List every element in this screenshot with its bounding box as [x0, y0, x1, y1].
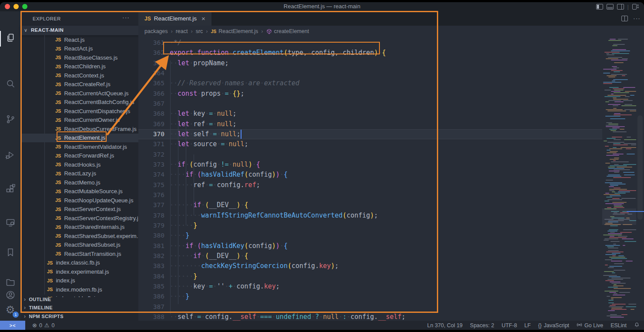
code-line-367[interactable]: 367: [138, 99, 602, 109]
section-outline[interactable]: ›OUTLINE: [20, 295, 138, 304]
code-line-362[interactable]: 362export·function·createElement(type,·c…: [138, 48, 602, 58]
status-lf[interactable]: LF: [524, 322, 531, 329]
status-go-live[interactable]: Go Live: [577, 322, 603, 329]
code-line-372[interactable]: 372: [138, 150, 602, 160]
file-item-ReactNoopUpdateQueue.js[interactable]: JSReactNoopUpdateQueue.js: [20, 196, 138, 205]
file-item-ReactCurrentOwner.js[interactable]: JSReactCurrentOwner.js: [20, 116, 138, 125]
file-item-ReactCurrentBatchConfig.js[interactable]: JSReactCurrentBatchConfig.js: [20, 98, 138, 107]
status-utf-8[interactable]: UTF-8: [502, 322, 517, 329]
editor-scrollbar[interactable]: [636, 37, 644, 321]
layout-sidebar-left-icon[interactable]: [596, 4, 603, 10]
file-item-ReactBaseClasses.js[interactable]: JSReactBaseClasses.js: [20, 53, 138, 62]
code-line-361[interactable]: 361·*/: [138, 38, 602, 48]
code-line-376[interactable]: 376: [138, 190, 602, 200]
code-line-384[interactable]: 384······}: [138, 272, 602, 282]
code-line-369[interactable]: 369··let·ref·=·null;: [138, 119, 602, 129]
scrollbar-slider[interactable]: [637, 115, 643, 220]
code-line-379[interactable]: 379······}: [138, 221, 602, 231]
file-item-index.experimental.js[interactable]: JSindex.experimental.js: [20, 267, 138, 276]
file-item-ReactMemo.js[interactable]: JSReactMemo.js: [20, 178, 138, 187]
minimap-line: [611, 298, 614, 299]
activity-bar-source-control[interactable]: [0, 111, 20, 129]
code-line-368[interactable]: 368··let·key·=·null;: [138, 109, 602, 119]
file-item-ReactChildren.js[interactable]: JSReactChildren.js: [20, 62, 138, 71]
file-item-ReactDebugCurrentFrame.js[interactable]: JSReactDebugCurrentFrame.js: [20, 124, 138, 134]
file-item-ReactElementValidator.js[interactable]: JSReactElementValidator.js: [20, 142, 138, 151]
code-line-382[interactable]: 382······if·(__DEV__)·{: [138, 251, 602, 261]
file-item-ReactElement.js[interactable]: JSReactElement.js: [20, 134, 138, 143]
status-javascript[interactable]: {}JavaScript: [538, 322, 569, 329]
code-line-370[interactable]: 370··let·self·=·null;: [138, 129, 602, 139]
code-line-387[interactable]: 387: [138, 302, 602, 312]
tab-reactelement[interactable]: JS ReactElement.js ×: [138, 11, 211, 26]
code-line-375[interactable]: 375······ref·=·config.ref;: [138, 180, 602, 190]
file-item-ReactSharedSubset.experim...[interactable]: JSReactSharedSubset.experim...: [20, 231, 138, 241]
code-line-377[interactable]: 377······if·(__DEV__)·{: [138, 200, 602, 210]
status-ln-370-col-19[interactable]: Ln 370, Col 19: [427, 322, 463, 329]
code-line-363[interactable]: 363··let·propName;: [138, 58, 602, 68]
activity-bar-search[interactable]: [0, 76, 20, 93]
code-line-374[interactable]: 374····if·(hasValidRef(config))·{: [138, 170, 602, 180]
activity-bar-remote-explorer[interactable]: [0, 215, 20, 232]
file-item-ReactStartTransition.js[interactable]: JSReactStartTransition.js: [20, 249, 138, 258]
code-line-385[interactable]: 385······key·=·''·+·config.key;: [138, 282, 602, 292]
breadcrumb-item[interactable]: ReactElement.js: [218, 28, 258, 34]
status-notifications[interactable]: [634, 322, 640, 329]
file-item-ReactCreateRef.js[interactable]: JSReactCreateRef.js: [20, 80, 138, 89]
file-item-ReactAct.js[interactable]: JSReactAct.js: [20, 44, 138, 54]
code-line-386[interactable]: 386····}: [138, 292, 602, 302]
file-item-ReactForwardRef.js[interactable]: JSReactForwardRef.js: [20, 151, 138, 161]
code-line-378[interactable]: 378········warnIfStringRefCannotBeAutoCo…: [138, 211, 602, 221]
code-line-371[interactable]: 371··let·source·=·null;: [138, 139, 602, 149]
code-text: ······}: [164, 272, 197, 282]
file-item-ReactCurrentDispatcher.js[interactable]: JSReactCurrentDispatcher.js: [20, 107, 138, 116]
file-item-ReactMutableSource.js[interactable]: JSReactMutableSource.js: [20, 187, 138, 196]
activity-bar-extensions[interactable]: [0, 181, 20, 198]
code-line-381[interactable]: 381····if·(hasValidKey(config))·{: [138, 241, 602, 251]
section-timeline[interactable]: ›TIMELINE: [20, 304, 138, 312]
code-line-366[interactable]: 366··const·props·=·{};: [138, 89, 602, 99]
layout-panel-icon[interactable]: [607, 4, 614, 10]
status-spaces-2[interactable]: Spaces: 2: [470, 322, 494, 329]
code-line-380[interactable]: 380····}: [138, 231, 602, 241]
file-item-ReactContext.js[interactable]: JSReactContext.js: [20, 71, 138, 80]
customize-layout-icon[interactable]: [632, 4, 639, 10]
breadcrumb-item[interactable]: src: [196, 28, 203, 34]
explorer-more-actions-icon[interactable]: ···: [122, 14, 130, 21]
split-editor-icon[interactable]: [621, 16, 628, 21]
activity-bar-run-and-debug[interactable]: [0, 147, 20, 164]
file-item-index.modern.fb.js[interactable]: JSindex.modern.fb.js: [20, 285, 138, 294]
workspace-root-folder[interactable]: ∨ REACT-MAIN: [20, 26, 138, 35]
close-tab-icon[interactable]: ×: [201, 15, 205, 22]
file-item-index.classic.fb.js[interactable]: JSindex.classic.fb.js: [20, 258, 138, 268]
file-item-ReactLazy.js[interactable]: JSReactLazy.js: [20, 169, 138, 178]
section-npm-scripts[interactable]: ›NPM SCRIPTS: [20, 312, 138, 321]
code-editor[interactable]: 361·*/362export·function·createElement(t…: [138, 37, 602, 321]
layout-sidebar-right-icon[interactable]: [617, 4, 624, 10]
file-item-React.js[interactable]: JSReact.js: [20, 35, 138, 44]
more-actions-icon[interactable]: ···: [633, 15, 641, 22]
file-item-ReactCurrentActQueue.js[interactable]: JSReactCurrentActQueue.js: [20, 89, 138, 98]
code-line-373[interactable]: 373··if·(config·!=·null)·{: [138, 160, 602, 170]
minimap-line: [624, 143, 636, 144]
breadcrumb-item[interactable]: react: [176, 28, 188, 34]
minimap[interactable]: [602, 37, 636, 321]
file-item-index.js[interactable]: JSindex.js: [20, 276, 138, 285]
breadcrumb-item[interactable]: createElement: [274, 28, 309, 34]
file-item-ReactSharedInternals.js[interactable]: JSReactSharedInternals.js: [20, 223, 138, 232]
activity-bar-explorer[interactable]: [0, 30, 20, 47]
file-item-ReactServerContext.js[interactable]: JSReactServerContext.js: [20, 205, 138, 214]
remote-indicator-button[interactable]: ><: [0, 321, 25, 330]
activity-bar-manage[interactable]: ⚙1: [0, 301, 20, 319]
breadcrumb-item[interactable]: packages: [144, 28, 168, 34]
code-line-365[interactable]: 365··//·Reserved·names·are·extracted: [138, 78, 602, 88]
code-line-383[interactable]: 383········checkKeyStringCoercion(config…: [138, 261, 602, 271]
activity-bar-bookmarks[interactable]: [0, 245, 20, 262]
file-item-ReactServerContextRegistry.js[interactable]: JSReactServerContextRegistry.js: [20, 214, 138, 223]
file-item-ReactHooks.js[interactable]: JSReactHooks.js: [20, 160, 138, 169]
problems-indicator[interactable]: ⊗ 0 ⚠ 0: [32, 322, 54, 329]
code-line-388[interactable]: 388··self·=·config.__self·===·undefined·…: [138, 312, 602, 321]
file-item-ReactSharedSubset.js[interactable]: JSReactSharedSubset.js: [20, 241, 138, 250]
code-line-364[interactable]: 364: [138, 68, 602, 78]
status-eslint[interactable]: ESLint: [610, 322, 627, 329]
